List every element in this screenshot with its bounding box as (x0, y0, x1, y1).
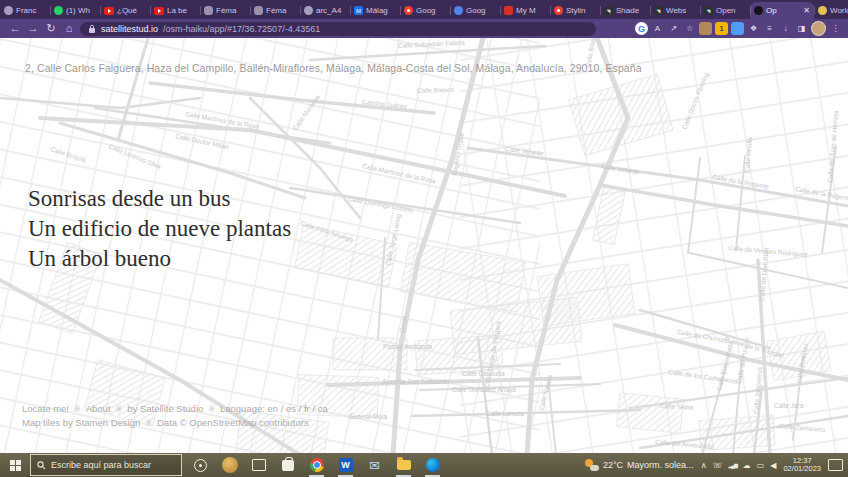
tab-label: Goog (416, 6, 446, 15)
osm-haiku-page: Calle Sebastián EslavaCalle BrescaCamino… (0, 38, 848, 453)
tray-phone-icon[interactable]: ☏ (712, 461, 722, 470)
browser-tab[interactable]: Open (700, 2, 750, 19)
gpin-favicon-icon (404, 6, 413, 15)
browser-tab[interactable]: ¿Qué (100, 2, 150, 19)
taskbar-app-word[interactable]: W (337, 453, 354, 477)
menu-kebab-icon[interactable]: ⋮ (829, 22, 842, 35)
tab-label: ¿Qué (117, 6, 146, 15)
browser-tab[interactable]: arc_A4 (300, 2, 350, 19)
browser-tab[interactable]: World (814, 2, 848, 19)
tab-label: Op (766, 6, 801, 15)
haiku-line-2: Un edificio de nueve plantas (28, 214, 291, 244)
explorer-icon (397, 460, 411, 470)
profile-icon[interactable] (811, 21, 826, 36)
street-label: General Mola (348, 413, 387, 420)
tab-label: Féma (216, 6, 246, 15)
side-panel-icon[interactable]: ◨ (795, 22, 808, 35)
taskbar-app-taskview[interactable] (250, 453, 267, 477)
browser-tab[interactable]: Stylin (550, 2, 600, 19)
tab-label: Stylin (566, 6, 596, 15)
tray-hidden-icons-chevron-icon[interactable]: ∧ (701, 461, 707, 470)
footer-link[interactable]: Language: en / es / fr / ca (220, 403, 328, 414)
browser-tab[interactable]: La be (150, 2, 200, 19)
tampermonkey-icon[interactable] (699, 22, 712, 35)
darkapp-favicon-icon (604, 6, 613, 15)
taskbar-app-edge[interactable] (424, 453, 441, 477)
extensions-puzzle-icon[interactable]: ❖ (747, 22, 760, 35)
haiku-line-3: Un árbol bueno (28, 244, 291, 274)
browser-tab[interactable]: Franc (0, 2, 50, 19)
browser-tab[interactable]: Málag (350, 2, 400, 19)
bluedot-favicon-icon (454, 6, 463, 15)
forward-icon[interactable]: → (24, 19, 42, 38)
home-icon[interactable]: ⌂ (60, 19, 78, 38)
search-icon (37, 461, 46, 470)
browser-tab[interactable]: Shade (600, 2, 650, 19)
blue-ext-icon[interactable] (731, 22, 744, 35)
browser-tab[interactable]: (1) Wh (50, 2, 100, 19)
footer-link[interactable]: Data © OpenStreetMap contributors (157, 417, 309, 428)
browser-tab[interactable]: My M (500, 2, 550, 19)
footer-link[interactable]: Map tiles by Stamen Design (22, 417, 140, 428)
paw-favicon-icon (204, 6, 213, 15)
edge-icon (426, 458, 440, 472)
footer-link[interactable]: by Satellite Studio (127, 403, 203, 414)
taskbar-app-store[interactable] (279, 453, 296, 477)
taskbar-app-mail[interactable]: ✉ (366, 453, 383, 477)
ext-badge-icon[interactable]: 1 (715, 22, 728, 35)
tab-label: La be (167, 6, 196, 15)
weather-widget[interactable]: 22°C Mayorm. solea... (585, 459, 694, 471)
action-center-icon[interactable] (828, 459, 843, 471)
bookmark-star-icon[interactable]: ☆ (683, 22, 696, 35)
search-placeholder: Escribe aquí para buscar (51, 460, 151, 470)
share-icon[interactable]: ↗ (667, 22, 680, 35)
footer-line-2: Map tiles by Stamen Design※Data © OpenSt… (22, 417, 333, 431)
tab-label: arc_A4 (316, 6, 346, 15)
google-icon[interactable]: G (635, 22, 648, 35)
url-path: /osm-haiku/app/#17/36.72507/-4.43561 (163, 24, 320, 34)
weather-sun-cloud-icon (585, 459, 599, 471)
footer-separator: ※ (116, 405, 123, 414)
browser-tab[interactable]: Féma (250, 2, 300, 19)
store-icon (282, 460, 294, 471)
start-button[interactable] (0, 453, 30, 477)
tab-label: Féma (266, 6, 296, 15)
taskbar-clock[interactable]: 12:37 02/01/2023 (783, 457, 821, 474)
browser-tab-active[interactable]: Op✕ (750, 2, 814, 19)
tray-onedrive-cloud-icon[interactable]: ☁ (743, 461, 751, 470)
taskbar-app-people[interactable] (221, 453, 238, 477)
translate-icon[interactable]: A (651, 22, 664, 35)
download-icon[interactable]: ↓ (779, 22, 792, 35)
taskview-icon (252, 459, 266, 471)
tab-list: Franc(1) Wh¿QuéLa beFémaFémaarc_A4MálagG… (0, 0, 848, 19)
reading-list-icon[interactable]: ≡ (763, 22, 776, 35)
reload-icon[interactable]: ↻ (42, 19, 60, 38)
haiku-poem: Sonrisas desde un bus Un edificio de nue… (28, 184, 291, 274)
taskbar-app-atom[interactable] (192, 453, 209, 477)
taskbar-search-input[interactable]: Escribe aquí para buscar (30, 454, 182, 476)
tray-network-signal-icon[interactable]: ▂▄▆ (729, 462, 737, 468)
tab-label: World (830, 6, 848, 15)
taskbar-apps: W✉ (192, 453, 441, 477)
tray-volume-icon[interactable]: ◀ (770, 461, 776, 470)
whatsapp-favicon-icon (54, 6, 63, 15)
globe-favicon-icon (4, 6, 13, 15)
back-icon[interactable]: ← (6, 19, 24, 38)
browser-tab[interactable]: Féma (200, 2, 250, 19)
blackdot-favicon-icon (754, 6, 763, 15)
tray-battery-icon[interactable]: ▭ (757, 461, 765, 470)
browser-tab[interactable]: Goog (450, 2, 500, 19)
tab-close-icon[interactable]: ✕ (803, 6, 810, 15)
youtube-favicon-icon (154, 7, 164, 15)
gpin-favicon-icon (554, 6, 563, 15)
tab-label: Málag (366, 6, 396, 15)
browser-tab[interactable]: Goog (400, 2, 450, 19)
footer-link[interactable]: Locate me! (22, 403, 69, 414)
paw-favicon-icon (254, 6, 263, 15)
weather-desc: Mayorm. solea... (627, 460, 694, 470)
taskbar-app-chrome[interactable] (308, 453, 325, 477)
browser-tab[interactable]: Webs (650, 2, 700, 19)
taskbar-app-explorer[interactable] (395, 453, 412, 477)
url-bar[interactable]: satellitestud.io/osm-haiku/app/#17/36.72… (80, 22, 596, 36)
footer-link[interactable]: About (86, 403, 111, 414)
